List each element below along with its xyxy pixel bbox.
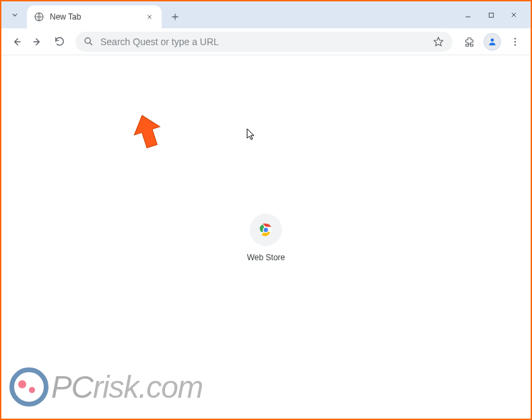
forward-button[interactable] bbox=[28, 32, 47, 51]
watermark-text: PCrisk.com bbox=[51, 369, 203, 405]
chevron-down-icon bbox=[10, 10, 20, 20]
maximize-icon bbox=[488, 11, 495, 19]
menu-button[interactable] bbox=[505, 32, 525, 52]
tab-close-button[interactable] bbox=[144, 11, 155, 22]
svg-point-4 bbox=[514, 38, 516, 39]
close-window-button[interactable] bbox=[502, 5, 525, 24]
shortcut-icon-bg bbox=[250, 214, 282, 246]
bookmark-button[interactable] bbox=[432, 36, 444, 48]
svg-rect-1 bbox=[489, 13, 493, 17]
back-button[interactable] bbox=[7, 32, 26, 51]
arrow-left-icon bbox=[10, 36, 22, 48]
annotation-arrow-icon bbox=[131, 113, 165, 151]
browser-tab[interactable]: New Tab bbox=[27, 5, 162, 28]
avatar bbox=[484, 33, 501, 51]
search-icon bbox=[84, 36, 94, 47]
profile-button[interactable] bbox=[482, 32, 502, 52]
minimize-button[interactable] bbox=[457, 5, 479, 24]
globe-icon bbox=[34, 11, 44, 22]
shortcut-tile[interactable]: Web Store bbox=[247, 214, 285, 262]
watermark: PCrisk.com bbox=[9, 367, 203, 407]
close-icon bbox=[146, 13, 153, 20]
extensions-button[interactable] bbox=[459, 32, 479, 52]
new-tab-button[interactable] bbox=[166, 7, 185, 26]
titlebar: New Tab bbox=[1, 1, 531, 28]
reload-icon bbox=[54, 36, 65, 47]
svg-point-5 bbox=[514, 40, 516, 42]
window-controls bbox=[457, 5, 525, 24]
address-input[interactable] bbox=[100, 36, 428, 47]
webstore-icon bbox=[259, 222, 273, 237]
minimize-icon bbox=[464, 11, 472, 19]
puzzle-icon bbox=[463, 36, 475, 48]
svg-point-6 bbox=[514, 44, 516, 45]
tab-search-dropdown[interactable] bbox=[7, 4, 23, 26]
new-tab-page: Web Store PCrisk.com bbox=[1, 55, 531, 419]
maximize-button[interactable] bbox=[479, 5, 502, 24]
arrow-right-icon bbox=[32, 36, 44, 48]
reload-button[interactable] bbox=[50, 32, 69, 51]
svg-point-3 bbox=[491, 38, 494, 42]
cursor-icon bbox=[246, 128, 256, 142]
omnibox[interactable] bbox=[75, 32, 453, 52]
close-icon bbox=[510, 11, 518, 19]
plus-icon bbox=[170, 12, 180, 22]
toolbar bbox=[1, 28, 531, 55]
person-icon bbox=[487, 36, 498, 47]
star-icon bbox=[432, 36, 444, 48]
kebab-icon bbox=[510, 36, 521, 47]
tab-title: New Tab bbox=[50, 12, 144, 22]
svg-point-9 bbox=[264, 228, 268, 232]
shortcut-label: Web Store bbox=[247, 253, 285, 262]
watermark-logo-icon bbox=[9, 367, 48, 407]
